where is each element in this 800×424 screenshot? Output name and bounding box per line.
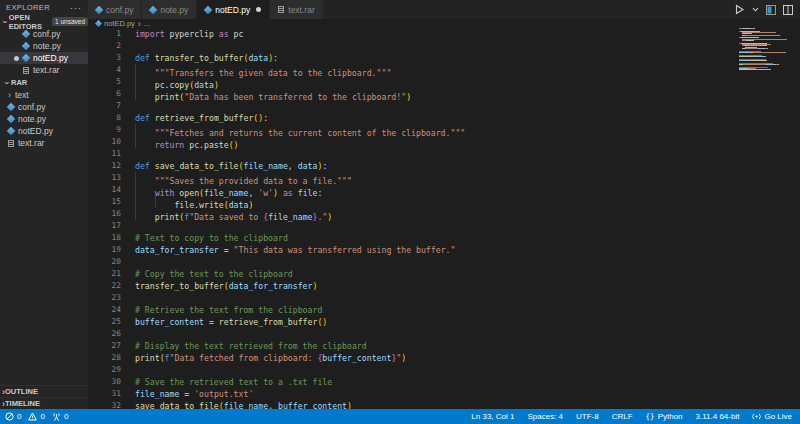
minimap[interactable] [739, 28, 789, 78]
code-line[interactable]: 8def retrieve_from_buffer(): [88, 112, 800, 124]
line-number: 9 [88, 124, 121, 136]
indent-guide [155, 196, 175, 208]
code-line[interactable]: 1import pyperclip as pc [88, 28, 800, 40]
line-number: 7 [88, 100, 121, 112]
status-go-live[interactable]: Go Live [752, 412, 792, 421]
code-line[interactable]: 6print("Data has been transferred to the… [88, 88, 800, 100]
code-line[interactable]: 4"""Transfers the given data to the clip… [88, 64, 800, 76]
code-line[interactable]: 18# Text to copy to the clipboard [88, 232, 800, 244]
code-line-content [121, 220, 135, 232]
tab-noted-py[interactable]: notED.py [197, 0, 269, 19]
modified-dot-icon [14, 56, 19, 61]
tab-note-py[interactable]: note.py [142, 0, 196, 19]
code-line[interactable]: 25buffer_content = retrieve_from_buffer(… [88, 316, 800, 328]
code-line[interactable]: 31file_name = 'output.txt' [88, 388, 800, 400]
code-line[interactable]: 5pc.copy(data) [88, 76, 800, 88]
split-editor-icon [783, 5, 793, 15]
line-number: 31 [88, 388, 121, 400]
status-language-label: Python [658, 412, 683, 421]
more-actions-icon[interactable]: ··· [70, 3, 82, 13]
line-number: 10 [88, 136, 121, 148]
status-language[interactable]: {}Python [646, 412, 683, 421]
python-file-icon [7, 127, 15, 135]
line-number: 21 [88, 268, 121, 280]
status-eol[interactable]: CRLF [612, 412, 633, 421]
code-line[interactable]: 20 [88, 256, 800, 268]
code-line-content: def save_data_to_file(file_name, data): [121, 160, 327, 172]
line-number: 5 [88, 76, 121, 88]
outline-section[interactable]: › OUTLINE [0, 385, 88, 397]
status-interpreter[interactable]: 3.11.4 64-bit [696, 412, 740, 421]
file-item-note-py[interactable]: note.py [0, 113, 88, 125]
file-item-noted-py[interactable]: notED.py [0, 125, 88, 137]
indent-guide [135, 172, 155, 184]
open-editors-header[interactable]: › OPEN EDITORS 1 unsaved [0, 15, 88, 28]
tab-label: text.rar [288, 5, 314, 15]
code-line-content: """Fetches and returns the current conte… [121, 124, 465, 136]
file-label: text.rar [33, 65, 59, 75]
open-editor-item-note-py[interactable]: note.py [0, 40, 88, 52]
open-editor-item-noted-py[interactable]: notED.py [0, 52, 88, 64]
breadcrumb[interactable]: notED.py › ... [88, 19, 800, 28]
status-indentation-label: Spaces: 4 [527, 412, 563, 421]
open-editor-item-text-rar[interactable]: text.rar [0, 64, 88, 76]
run-icon [734, 4, 745, 15]
open-preview-button[interactable] [766, 5, 776, 15]
code-line-content: data_for_transfer = "This data was trans… [121, 244, 455, 256]
split-editor-button[interactable] [783, 5, 793, 15]
code-line[interactable]: 21# Copy the text to the clipboard [88, 268, 800, 280]
run-dropdown-button[interactable] [752, 6, 759, 13]
code-line[interactable]: 28print(f"Data fetched from clipboard: {… [88, 352, 800, 364]
status-errors[interactable]: 0 [5, 412, 21, 421]
code-line[interactable]: 27# Display the text retrieved from the … [88, 340, 800, 352]
code-line[interactable]: 23 [88, 292, 800, 304]
file-item-text-rar[interactable]: text.rar [0, 137, 88, 149]
code-line[interactable]: 12def save_data_to_file(file_name, data)… [88, 160, 800, 172]
code-line[interactable]: 16print(f"Data saved to {file_name}.") [88, 208, 800, 220]
status-ports[interactable]: 0 [52, 412, 68, 421]
outline-label: OUTLINE [5, 387, 38, 396]
code-line[interactable]: 22transfer_to_buffer(data_for_transfer) [88, 280, 800, 292]
code-line[interactable]: 14with open(file_name, 'w') as file: [88, 184, 800, 196]
code-line[interactable]: 15file.write(data) [88, 196, 800, 208]
line-number: 25 [88, 316, 121, 328]
status-indentation[interactable]: Spaces: 4 [527, 412, 563, 421]
run-python-file-button[interactable] [734, 4, 745, 15]
error-circle-icon [5, 412, 14, 421]
tab-bar: conf.pynote.pynotED.pytext.rar [88, 0, 800, 19]
indent-guide [135, 124, 155, 136]
code-area[interactable]: 1import pyperclip as pc23def transfer_to… [88, 28, 800, 409]
archive-file-icon [278, 6, 284, 13]
line-number: 17 [88, 220, 121, 232]
line-number: 6 [88, 88, 121, 100]
archive-file-icon [8, 140, 14, 147]
code-line-content: print(f"Data fetched from clipboard: {bu… [121, 352, 406, 364]
tab-text-rar[interactable]: text.rar [270, 0, 322, 19]
folder-section-header[interactable]: › RAR [0, 76, 88, 89]
code-line[interactable]: 19data_for_transfer = "This data was tra… [88, 244, 800, 256]
line-number: 2 [88, 40, 121, 52]
code-line-content [121, 364, 135, 376]
code-line[interactable]: 2 [88, 40, 800, 52]
code-line[interactable]: 30# Save the retrieved text to a .txt fi… [88, 376, 800, 388]
status-cursor-position[interactable]: Ln 33, Col 1 [471, 412, 514, 421]
timeline-section[interactable]: › TIMELINE [0, 397, 88, 409]
folder-name: RAR [11, 78, 27, 87]
file-item-text[interactable]: ›text [0, 89, 88, 101]
tab-label: note.py [160, 5, 188, 15]
status-warnings[interactable]: 0 [28, 412, 44, 421]
code-line[interactable]: 26 [88, 328, 800, 340]
file-item-conf-py[interactable]: conf.py [0, 101, 88, 113]
tab-conf-py[interactable]: conf.py [88, 0, 141, 19]
code-line-content: def retrieve_from_buffer(): [121, 112, 268, 124]
code-line[interactable]: 9"""Fetches and returns the current cont… [88, 124, 800, 136]
indent-guide [135, 76, 155, 88]
code-line[interactable]: 13"""Saves the provided data to a file."… [88, 172, 800, 184]
code-line[interactable]: 29 [88, 364, 800, 376]
line-number: 11 [88, 148, 121, 160]
status-encoding[interactable]: UTF-8 [576, 412, 599, 421]
python-file-icon [95, 20, 102, 27]
code-line[interactable]: 3def transfer_to_buffer(data): [88, 52, 800, 64]
code-line[interactable]: 24# Retrieve the text from the clipboard [88, 304, 800, 316]
code-line[interactable]: 32save_data_to_file(file_name, buffer_co… [88, 400, 800, 409]
